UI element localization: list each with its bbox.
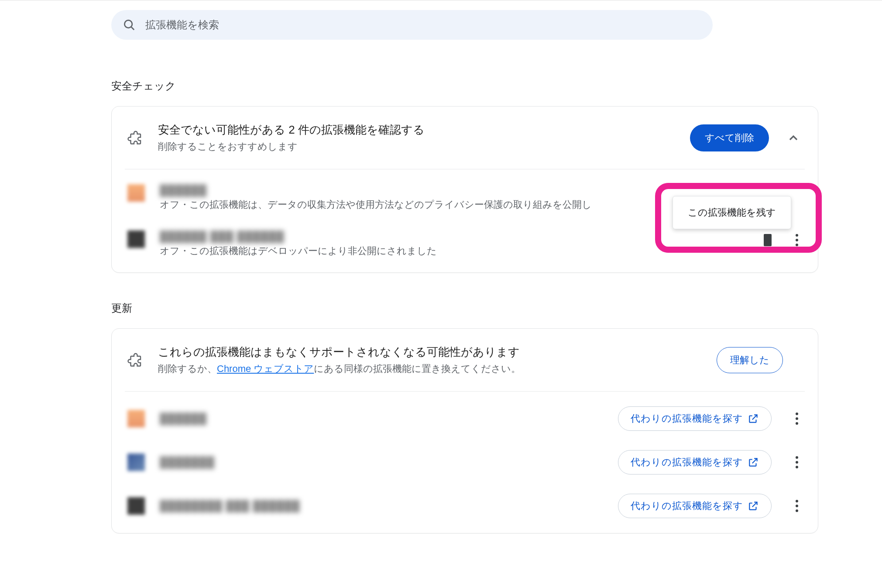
extension-name: ████████ ███ ██████ [160, 500, 609, 512]
more-menu-button[interactable] [793, 496, 800, 516]
find-alternative-button[interactable]: 代わりの拡張機能を探す [618, 406, 772, 431]
extension-name: ███████ [160, 456, 609, 468]
more-menu-button[interactable] [793, 230, 800, 250]
toggle-off-icon[interactable] [764, 234, 772, 246]
search-input[interactable] [145, 19, 701, 31]
updates-sub-post: にある同様の拡張機能に置き換えてください。 [314, 363, 521, 374]
collapse-toggle[interactable] [786, 131, 800, 145]
extension-icon [127, 130, 143, 146]
extension-name: ██████ [160, 413, 609, 425]
open-external-icon [748, 500, 759, 512]
find-alternative-label: 代わりの拡張機能を探す [631, 499, 743, 512]
more-menu-button[interactable] [793, 453, 800, 472]
acknowledge-button[interactable]: 理解した [717, 347, 783, 373]
remove-all-button[interactable]: すべて削除 [690, 124, 769, 151]
extension-app-icon [127, 410, 145, 427]
updates-header-title: これらの拡張機能はまもなくサポートされなくなる可能性があります [158, 344, 717, 360]
extension-app-icon [127, 454, 145, 471]
safety-header-subtitle: 削除することをおすすめします [158, 140, 690, 153]
find-alternative-label: 代わりの拡張機能を探す [631, 456, 743, 469]
updates-card-header: これらの拡張機能はまもなくサポートされなくなる可能性があります 削除するか、Ch… [112, 329, 818, 391]
chrome-webstore-link[interactable]: Chrome ウェブストア [217, 363, 314, 374]
svg-line-1 [131, 27, 134, 30]
extension-name: ██████ [160, 184, 792, 196]
search-bar[interactable] [111, 10, 713, 40]
safety-card: 安全でない可能性がある 2 件の拡張機能を確認する 削除することをおすすめします… [111, 106, 818, 273]
more-menu-button[interactable] [793, 409, 800, 428]
extension-icon [127, 352, 143, 368]
updates-sub-pre: 削除するか、 [158, 363, 217, 374]
safety-card-header: 安全でない可能性がある 2 件の拡張機能を確認する 削除することをおすすめします… [112, 107, 818, 169]
extension-row: ████████ ███ ██████ 代わりの拡張機能を探す [112, 484, 818, 533]
open-external-icon [748, 457, 759, 468]
svg-point-0 [124, 20, 132, 28]
extension-row: ██████ 代わりの拡張機能を探す [112, 392, 818, 440]
extension-desc: オフ・この拡張機能はデベロッパーにより非公開にされました [160, 244, 755, 258]
find-alternative-button[interactable]: 代わりの拡張機能を探す [618, 450, 772, 475]
updates-card: これらの拡張機能はまもなくサポートされなくなる可能性があります 削除するか、Ch… [111, 328, 818, 533]
extension-app-icon [127, 230, 145, 248]
open-external-icon [748, 413, 759, 424]
find-alternative-button[interactable]: 代わりの拡張機能を探す [618, 494, 772, 518]
updates-header-subtitle: 削除するか、Chrome ウェブストアにある同様の拡張機能に置き換えてください。 [158, 362, 717, 375]
find-alternative-label: 代わりの拡張機能を探す [631, 412, 743, 425]
search-icon [123, 18, 136, 31]
extension-app-icon [127, 184, 145, 202]
extension-row: ███████ 代わりの拡張機能を探す [112, 440, 818, 484]
section-title-updates: 更新 [111, 301, 818, 315]
extension-name: ██████ ███ ██████ [160, 230, 755, 243]
safety-header-title: 安全でない可能性がある 2 件の拡張機能を確認する [158, 122, 690, 138]
keep-extension-popover[interactable]: この拡張機能を残す [673, 196, 791, 229]
extension-app-icon [127, 497, 145, 515]
section-title-safety: 安全チェック [111, 79, 818, 93]
